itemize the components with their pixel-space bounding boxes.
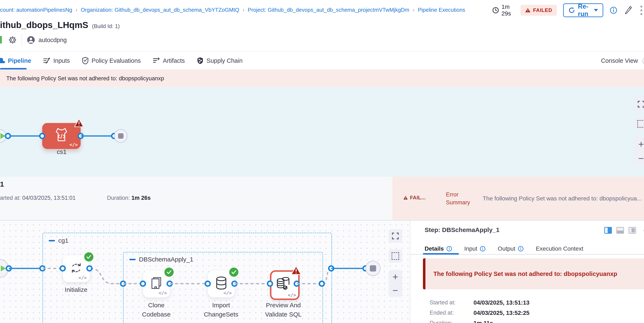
console-view-label: Console View bbox=[601, 57, 638, 64]
play-icon bbox=[1, 265, 6, 271]
collapse-icon[interactable] bbox=[49, 240, 55, 241]
panel-layout-controls bbox=[604, 227, 644, 234]
success-badge-icon bbox=[229, 267, 238, 277]
connector-point bbox=[319, 280, 325, 287]
connector bbox=[297, 283, 322, 284]
total-duration: 1m 29s bbox=[492, 4, 514, 17]
fullscreen-button[interactable] bbox=[389, 229, 402, 243]
error-summary-label: Error Summary bbox=[446, 191, 470, 206]
code-glyph: </> bbox=[158, 290, 167, 295]
zoom-out-button[interactable]: − bbox=[393, 285, 398, 295]
step-node-initialize[interactable]: </> bbox=[63, 255, 90, 282]
tab-policy-evaluations[interactable]: Policy Evaluations bbox=[82, 52, 141, 70]
step-error-message: The following Policy Set was not adhered… bbox=[423, 258, 644, 289]
info-icon[interactable] bbox=[610, 6, 618, 14]
connector bbox=[234, 283, 270, 284]
tab-artifacts[interactable]: Artifacts bbox=[153, 52, 185, 70]
connector bbox=[81, 135, 114, 137]
breadcrumb-separator: › bbox=[239, 7, 248, 13]
gear-icon[interactable] bbox=[8, 36, 17, 44]
fullscreen-button[interactable] bbox=[634, 98, 644, 111]
connector bbox=[170, 283, 208, 284]
active-tab-indicator bbox=[0, 68, 27, 70]
step-details-tabs: Details Input Output Execution Context bbox=[424, 245, 583, 252]
success-badge-icon bbox=[84, 252, 94, 261]
code-glyph: </> bbox=[69, 142, 78, 147]
warning-triangle-icon bbox=[525, 8, 530, 13]
detail-duration: Duration:1m 11s bbox=[430, 320, 452, 323]
stage-name: 1 bbox=[0, 180, 4, 188]
step-node-import-changesets[interactable]: </> bbox=[208, 270, 235, 297]
policy-violation-banner: The following Policy Set was not adhered… bbox=[0, 70, 644, 87]
rerun-button[interactable]: Re-run bbox=[563, 3, 603, 17]
step-node-clone-codebase[interactable]: </> bbox=[143, 270, 170, 297]
connector-point bbox=[267, 280, 273, 287]
database-icon bbox=[216, 276, 227, 290]
stepgroup-dbschemaapply-label: DBSchemaApply_1 bbox=[129, 256, 193, 263]
execution-graph-canvas[interactable]: cg1 DBSchemaApply_1 </> Ini bbox=[0, 221, 410, 323]
stage-node-label: cs1 bbox=[44, 147, 80, 156]
shield-check-icon bbox=[82, 57, 88, 65]
failed-badge-icon bbox=[74, 119, 84, 127]
divider bbox=[22, 34, 22, 46]
info-icon bbox=[518, 246, 524, 252]
stage-graph-canvas[interactable]: </> cs1 + − bbox=[0, 87, 644, 177]
custom-stage-icon bbox=[54, 127, 69, 144]
pipeline-execution-page: count: automationPipelinesNg › Organizat… bbox=[0, 0, 644, 323]
stop-icon bbox=[118, 133, 124, 139]
detail-ended-at: Ended at:04/03/2025, 13:52:25 bbox=[430, 309, 454, 316]
edit-pencil-icon[interactable] bbox=[624, 6, 632, 15]
execution-meta: 1m 29s FAILED Re-run bbox=[492, 3, 644, 17]
connector bbox=[9, 268, 42, 269]
connector bbox=[331, 268, 366, 269]
breadcrumb-pipeline-executions[interactable]: Pipeline Executions bbox=[418, 7, 465, 13]
breadcrumb-project[interactable]: Project: Github_db_devops_aut_db_schema_… bbox=[248, 7, 409, 13]
stage-duration: Duration: 1m 26s bbox=[107, 195, 151, 201]
execution-meta-row: autocdpng bbox=[0, 34, 67, 46]
step-label-import-changesets: Import ChangeSets bbox=[192, 301, 250, 319]
step-label-preview-validate-sql: Preview And Validate SQL bbox=[254, 301, 312, 319]
refresh-icon bbox=[568, 7, 575, 14]
breadcrumb-organization[interactable]: Organization: Github_db_devops_aut_db_sc… bbox=[81, 7, 239, 13]
zoom-in-button[interactable]: + bbox=[638, 139, 644, 149]
stage-info-bar: 1 arted at: 04/03/2025, 13:51:01 Duratio… bbox=[0, 177, 644, 220]
tab-details[interactable]: Details bbox=[424, 245, 452, 252]
layout-right-view-icon[interactable] bbox=[604, 227, 612, 234]
zoom-controls: + − bbox=[389, 270, 402, 297]
info-icon bbox=[480, 246, 486, 252]
layout-bottom-view-icon[interactable] bbox=[616, 227, 624, 234]
execution-tab-bar: Pipeline Inputs Policy Evaluations Artif… bbox=[0, 52, 644, 70]
tab-inputs[interactable]: Inputs bbox=[43, 52, 70, 70]
connector-point bbox=[140, 280, 146, 287]
warning-triangle-icon bbox=[403, 196, 408, 200]
tab-supply-chain[interactable]: Supply Chain bbox=[197, 52, 242, 70]
layout-floating-view-icon[interactable] bbox=[628, 227, 636, 234]
build-id: (Build Id: 1) bbox=[92, 23, 120, 29]
list-plus-icon bbox=[153, 57, 160, 64]
stepgroup-cg1-label: cg1 bbox=[49, 237, 68, 244]
zoom-out-button[interactable]: − bbox=[638, 154, 644, 163]
failed-badge-icon bbox=[291, 266, 301, 275]
code-glyph: </> bbox=[223, 290, 232, 295]
stage-started-at: arted at: 04/03/2025, 13:51:01 bbox=[0, 195, 76, 201]
user-avatar bbox=[27, 36, 35, 44]
zoom-controls: + − bbox=[634, 137, 644, 165]
marquee-select-button[interactable] bbox=[634, 117, 644, 131]
more-options-icon[interactable] bbox=[639, 5, 644, 16]
tab-output[interactable]: Output bbox=[498, 245, 524, 252]
console-view-toggle[interactable] bbox=[642, 57, 644, 65]
tab-input[interactable]: Input bbox=[464, 245, 486, 252]
tab-execution-context[interactable]: Execution Context bbox=[536, 245, 583, 252]
collapse-icon[interactable] bbox=[129, 259, 136, 260]
trigger-user-name: autocdpng bbox=[38, 37, 67, 44]
step-details-title: Step: DBSchemaApply_1 bbox=[424, 226, 500, 233]
stage-node-cs1[interactable]: </> bbox=[42, 123, 81, 149]
code-glyph: </> bbox=[78, 275, 87, 280]
stage-error-summary: FAIL... Error Summary The following Poli… bbox=[392, 177, 644, 220]
connector-point bbox=[5, 133, 11, 139]
tab-pipeline[interactable]: Pipeline bbox=[0, 52, 31, 70]
zoom-in-button[interactable]: + bbox=[393, 272, 398, 281]
breadcrumb-account[interactable]: count: automationPipelinesNg bbox=[0, 7, 72, 13]
active-tab-indicator bbox=[423, 253, 459, 255]
marquee-select-button[interactable] bbox=[389, 249, 402, 263]
